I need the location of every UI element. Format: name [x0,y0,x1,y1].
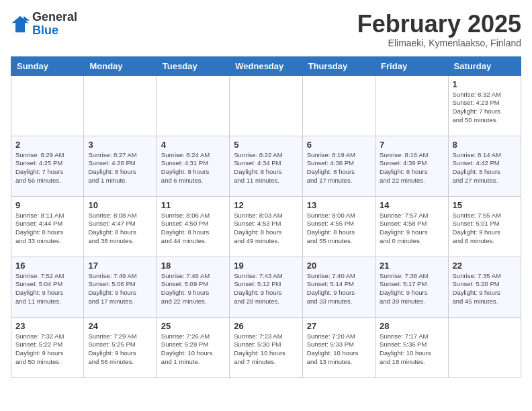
calendar-cell: 7Sunrise: 8:16 AM Sunset: 4:39 PM Daylig… [375,136,448,196]
weekday-header: Wednesday [230,56,302,75]
day-info: Sunrise: 7:29 AM Sunset: 5:25 PM Dayligh… [88,332,152,367]
calendar-cell: 20Sunrise: 7:40 AM Sunset: 5:14 PM Dayli… [302,257,375,317]
day-number: 6 [307,140,371,150]
day-number: 1 [453,79,517,89]
calendar-cell: 14Sunrise: 7:57 AM Sunset: 4:58 PM Dayli… [375,196,448,257]
day-info: Sunrise: 8:08 AM Sunset: 4:47 PM Dayligh… [88,212,152,246]
weekday-header: Tuesday [157,56,229,75]
calendar-subtitle: Elimaeki, Kymenlaakso, Finland [357,38,521,48]
day-number: 3 [88,140,152,150]
calendar-cell: 28Sunrise: 7:17 AM Sunset: 5:36 PM Dayli… [375,317,448,377]
calendar-cell: 2Sunrise: 8:29 AM Sunset: 4:25 PM Daylig… [11,136,84,196]
calendar-cell: 25Sunrise: 7:26 AM Sunset: 5:28 PM Dayli… [157,317,229,377]
calendar-table: SundayMondayTuesdayWednesdayThursdayFrid… [11,56,521,378]
calendar-cell: 13Sunrise: 8:00 AM Sunset: 4:55 PM Dayli… [302,196,375,257]
calendar-cell: 12Sunrise: 8:03 AM Sunset: 4:53 PM Dayli… [230,196,302,257]
weekday-header: Friday [375,56,448,75]
day-info: Sunrise: 8:14 AM Sunset: 4:42 PM Dayligh… [453,151,517,185]
logo-icon [11,15,30,34]
logo-text: General Blue [32,11,77,38]
day-number: 10 [88,200,152,210]
day-number: 14 [380,200,443,210]
weekday-header-row: SundayMondayTuesdayWednesdayThursdayFrid… [11,56,521,75]
calendar-cell [302,75,375,136]
page-header: General Blue February 2025 Elimaeki, Kym… [11,11,521,48]
day-number: 15 [453,200,517,210]
calendar-cell: 5Sunrise: 8:22 AM Sunset: 4:34 PM Daylig… [230,136,302,196]
day-info: Sunrise: 8:00 AM Sunset: 4:55 PM Dayligh… [307,212,371,246]
day-number: 4 [161,140,225,150]
day-info: Sunrise: 7:32 AM Sunset: 5:22 PM Dayligh… [15,332,79,367]
calendar-cell: 18Sunrise: 7:46 AM Sunset: 5:09 PM Dayli… [157,257,229,317]
calendar-cell [375,75,448,136]
calendar-week-row: 23Sunrise: 7:32 AM Sunset: 5:22 PM Dayli… [11,317,521,377]
day-info: Sunrise: 7:23 AM Sunset: 5:30 PM Dayligh… [234,332,298,367]
calendar-cell: 17Sunrise: 7:49 AM Sunset: 5:06 PM Dayli… [84,257,157,317]
day-number: 23 [15,321,79,331]
day-number: 12 [234,200,298,210]
day-number: 2 [15,140,79,150]
day-info: Sunrise: 8:19 AM Sunset: 4:36 PM Dayligh… [307,151,371,185]
calendar-cell: 22Sunrise: 7:35 AM Sunset: 5:20 PM Dayli… [448,257,521,317]
weekday-header: Thursday [302,56,375,75]
day-info: Sunrise: 7:20 AM Sunset: 5:33 PM Dayligh… [307,332,371,367]
day-info: Sunrise: 8:06 AM Sunset: 4:50 PM Dayligh… [161,212,225,246]
day-info: Sunrise: 8:11 AM Sunset: 4:44 PM Dayligh… [15,212,79,246]
day-info: Sunrise: 8:16 AM Sunset: 4:39 PM Dayligh… [380,151,443,185]
day-info: Sunrise: 7:43 AM Sunset: 5:12 PM Dayligh… [234,272,298,306]
day-info: Sunrise: 7:26 AM Sunset: 5:28 PM Dayligh… [161,332,225,367]
calendar-cell [84,75,157,136]
day-number: 28 [380,321,443,331]
calendar-cell: 23Sunrise: 7:32 AM Sunset: 5:22 PM Dayli… [11,317,84,377]
calendar-cell: 26Sunrise: 7:23 AM Sunset: 5:30 PM Dayli… [230,317,302,377]
day-info: Sunrise: 8:29 AM Sunset: 4:25 PM Dayligh… [15,151,79,185]
calendar-cell [157,75,229,136]
day-info: Sunrise: 7:55 AM Sunset: 5:01 PM Dayligh… [453,212,517,246]
calendar-cell [11,75,84,136]
day-info: Sunrise: 7:52 AM Sunset: 5:04 PM Dayligh… [15,272,79,306]
logo: General Blue [11,11,77,38]
day-number: 24 [88,321,152,331]
day-number: 26 [234,321,298,331]
calendar-cell: 19Sunrise: 7:43 AM Sunset: 5:12 PM Dayli… [230,257,302,317]
weekday-header: Sunday [11,56,84,75]
calendar-cell: 27Sunrise: 7:20 AM Sunset: 5:33 PM Dayli… [302,317,375,377]
calendar-cell: 10Sunrise: 8:08 AM Sunset: 4:47 PM Dayli… [84,196,157,257]
calendar-cell: 4Sunrise: 8:24 AM Sunset: 4:31 PM Daylig… [157,136,229,196]
day-number: 7 [380,140,443,150]
day-info: Sunrise: 7:49 AM Sunset: 5:06 PM Dayligh… [88,272,152,306]
calendar-cell: 8Sunrise: 8:14 AM Sunset: 4:42 PM Daylig… [448,136,521,196]
calendar-cell: 9Sunrise: 8:11 AM Sunset: 4:44 PM Daylig… [11,196,84,257]
calendar-cell [448,317,521,377]
calendar-week-row: 1Sunrise: 8:32 AM Sunset: 4:23 PM Daylig… [11,75,521,136]
day-number: 27 [307,321,371,331]
day-number: 9 [15,200,79,210]
day-info: Sunrise: 7:40 AM Sunset: 5:14 PM Dayligh… [307,272,371,306]
day-info: Sunrise: 7:35 AM Sunset: 5:20 PM Dayligh… [453,272,517,306]
calendar-week-row: 16Sunrise: 7:52 AM Sunset: 5:04 PM Dayli… [11,257,521,317]
day-info: Sunrise: 8:32 AM Sunset: 4:23 PM Dayligh… [453,91,517,125]
day-number: 11 [161,200,225,210]
day-info: Sunrise: 7:17 AM Sunset: 5:36 PM Dayligh… [380,332,443,367]
day-info: Sunrise: 8:03 AM Sunset: 4:53 PM Dayligh… [234,212,298,246]
weekday-header: Monday [84,56,157,75]
day-number: 17 [88,261,152,271]
calendar-week-row: 9Sunrise: 8:11 AM Sunset: 4:44 PM Daylig… [11,196,521,257]
calendar-cell: 11Sunrise: 8:06 AM Sunset: 4:50 PM Dayli… [157,196,229,257]
day-number: 21 [380,261,443,271]
calendar-cell: 21Sunrise: 7:38 AM Sunset: 5:17 PM Dayli… [375,257,448,317]
day-info: Sunrise: 8:27 AM Sunset: 4:28 PM Dayligh… [88,151,152,185]
calendar-cell: 1Sunrise: 8:32 AM Sunset: 4:23 PM Daylig… [448,75,521,136]
day-number: 25 [161,321,225,331]
day-number: 22 [453,261,517,271]
day-number: 13 [307,200,371,210]
calendar-cell: 6Sunrise: 8:19 AM Sunset: 4:36 PM Daylig… [302,136,375,196]
calendar-cell: 16Sunrise: 7:52 AM Sunset: 5:04 PM Dayli… [11,257,84,317]
svg-marker-1 [24,16,30,21]
calendar-week-row: 2Sunrise: 8:29 AM Sunset: 4:25 PM Daylig… [11,136,521,196]
day-info: Sunrise: 7:46 AM Sunset: 5:09 PM Dayligh… [161,272,225,306]
day-number: 20 [307,261,371,271]
day-number: 5 [234,140,298,150]
day-number: 18 [161,261,225,271]
day-info: Sunrise: 8:22 AM Sunset: 4:34 PM Dayligh… [234,151,298,185]
